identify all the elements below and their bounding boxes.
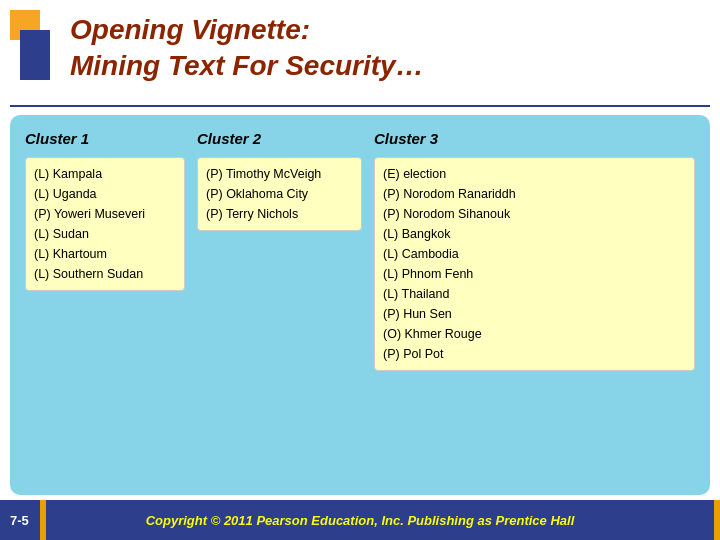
cluster-3-item-1: (E) election	[383, 164, 686, 184]
cluster-3-item-3: (P) Norodom Sihanouk	[383, 204, 686, 224]
cluster-3-item-8: (P) Hun Sen	[383, 304, 686, 324]
deco-blue	[20, 30, 50, 80]
title-area: Opening Vignette: Mining Text For Securi…	[70, 12, 700, 85]
cluster-3-item-5: (L) Cambodia	[383, 244, 686, 264]
title-line1: Opening Vignette:	[70, 14, 310, 45]
page-title: Opening Vignette: Mining Text For Securi…	[70, 12, 700, 85]
cluster-2-section: Cluster 2 (P) Timothy McVeigh (P) Oklaho…	[197, 130, 362, 480]
cluster-3-item-7: (L) Thailand	[383, 284, 686, 304]
cluster-1-item-4: (L) Sudan	[34, 224, 176, 244]
cluster-3-box: (E) election (P) Norodom Ranariddh (P) N…	[374, 157, 695, 371]
cluster-1-item-3: (P) Yoweri Museveri	[34, 204, 176, 224]
title-divider	[10, 105, 710, 107]
cluster-3-item-2: (P) Norodom Ranariddh	[383, 184, 686, 204]
cluster-3-section: Cluster 3 (E) election (P) Norodom Ranar…	[374, 130, 695, 480]
cluster-1-label: Cluster 1	[25, 130, 185, 147]
cluster-1-item-1: (L) Kampala	[34, 164, 176, 184]
cluster-2-item-3: (P) Terry Nichols	[206, 204, 353, 224]
footer: 7-5 Copyright © 2011 Pearson Education, …	[0, 500, 720, 540]
cluster-1-item-5: (L) Khartoum	[34, 244, 176, 264]
footer-bar-left	[40, 500, 46, 540]
page-number: 7-5	[10, 513, 29, 528]
cluster-2-item-2: (P) Oklahoma City	[206, 184, 353, 204]
title-line2: Mining Text For Security…	[70, 50, 424, 81]
footer-copyright: Copyright © 2011 Pearson Education, Inc.…	[146, 513, 575, 528]
header-decoration	[10, 10, 60, 80]
cluster-3-label: Cluster 3	[374, 130, 695, 147]
cluster-3-item-9: (O) Khmer Rouge	[383, 324, 686, 344]
cluster-3-item-6: (L) Phnom Fenh	[383, 264, 686, 284]
footer-bar-right	[714, 500, 720, 540]
cluster-2-item-1: (P) Timothy McVeigh	[206, 164, 353, 184]
cluster-1-section: Cluster 1 (L) Kampala (L) Uganda (P) Yow…	[25, 130, 185, 480]
cluster-2-box: (P) Timothy McVeigh (P) Oklahoma City (P…	[197, 157, 362, 231]
main-content: Cluster 1 (L) Kampala (L) Uganda (P) Yow…	[10, 115, 710, 495]
cluster-3-item-10: (P) Pol Pot	[383, 344, 686, 364]
cluster-1-item-6: (L) Southern Sudan	[34, 264, 176, 284]
clusters-container: Cluster 1 (L) Kampala (L) Uganda (P) Yow…	[25, 130, 695, 480]
cluster-3-item-4: (L) Bangkok	[383, 224, 686, 244]
cluster-2-label: Cluster 2	[197, 130, 362, 147]
cluster-1-box: (L) Kampala (L) Uganda (P) Yoweri Museve…	[25, 157, 185, 291]
cluster-1-item-2: (L) Uganda	[34, 184, 176, 204]
